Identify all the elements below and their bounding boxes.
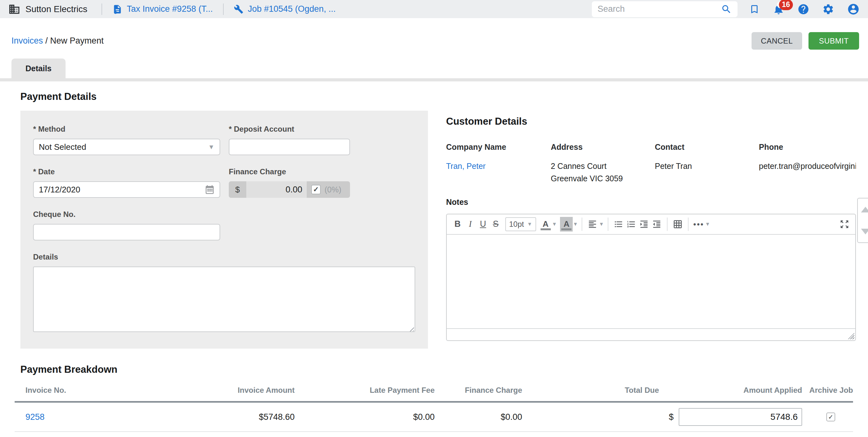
archive-job-cell: ✓ — [802, 412, 853, 422]
details-textarea[interactable] — [33, 267, 415, 332]
invoice-number-link[interactable]: 9258 — [26, 412, 44, 422]
font-size-value: 10pt — [509, 220, 524, 229]
stepper-up-icon[interactable] — [861, 207, 868, 213]
method-label: * Method — [33, 125, 220, 133]
finance-charge-value: $0.00 — [435, 412, 522, 422]
chevron-down-icon[interactable]: ▼ — [573, 221, 578, 227]
building-icon — [8, 3, 20, 15]
notes-rich-text-editor: B I U S 10pt ▼ A ▼ A ▼ ▼ — [446, 214, 856, 341]
help-icon[interactable] — [797, 3, 809, 15]
finance-charge-group: $ 0.00 ✓ (0%) — [229, 181, 350, 198]
insert-table-button[interactable] — [671, 217, 684, 231]
finance-charge-value: 0.00 — [246, 181, 307, 198]
editor-toolbar: B I U S 10pt ▼ A ▼ A ▼ ▼ — [447, 214, 855, 235]
page-title: New Payment — [50, 36, 104, 45]
contact-label: Contact — [655, 143, 759, 152]
payment-details-panel: * Method Not Selected ▼ * Deposit Accoun… — [20, 111, 428, 349]
editor-status-bar — [447, 328, 855, 340]
customer-details-grid: Company Name Address Contact Phone Tran,… — [446, 143, 856, 185]
text-color-button[interactable]: A — [539, 217, 552, 231]
bullet-list-button[interactable] — [612, 217, 625, 231]
notifications-bell-icon[interactable]: + 16 — [773, 3, 785, 15]
notes-editor-content[interactable] — [447, 235, 855, 328]
cheque-no-field-wrap — [33, 224, 220, 241]
customer-details-heading: Customer Details — [446, 116, 856, 127]
chevron-down-icon[interactable]: ▼ — [705, 221, 710, 227]
col-amount-applied: Amount Applied — [659, 386, 802, 395]
toolbar-separator — [582, 218, 582, 231]
bold-button[interactable]: B — [451, 217, 464, 231]
archive-job-checkbox[interactable]: ✓ — [826, 412, 835, 422]
global-search[interactable] — [592, 1, 738, 17]
topbar-icon-group: + 16 — [749, 3, 860, 15]
customer-company-link[interactable]: Tran, Peter — [446, 162, 486, 170]
breadcrumb-separator: / — [43, 36, 50, 45]
align-button[interactable] — [586, 217, 599, 231]
tab-details[interactable]: Details — [11, 59, 66, 78]
settings-gear-icon[interactable] — [822, 3, 834, 15]
outdent-button[interactable] — [650, 217, 663, 231]
topbar: Sutton Electrics Tax Invoice #9258 (T...… — [0, 0, 868, 18]
highlight-color-glyph: A — [563, 219, 569, 229]
col-total-due: Total Due — [522, 386, 659, 395]
stepper-down-icon[interactable] — [861, 229, 868, 235]
notification-count-badge: 16 — [779, 0, 793, 10]
details-label: Details — [33, 253, 415, 261]
search-icon[interactable] — [721, 4, 732, 14]
finance-charge-percent: (0%) — [324, 185, 341, 194]
cheque-no-input[interactable] — [39, 227, 214, 237]
search-input[interactable] — [597, 4, 721, 14]
editor-resize-grip[interactable] — [848, 333, 854, 339]
open-tab-job[interactable]: Job #10545 (Ogden, ... — [224, 4, 346, 14]
deposit-account-field-wrap — [229, 139, 350, 155]
col-invoice-amount: Invoice Amount — [180, 386, 294, 395]
address-line2: Greenvale VIC 3059 — [551, 173, 655, 185]
deposit-account-input[interactable] — [235, 142, 344, 152]
calendar-icon[interactable] — [205, 185, 214, 194]
cheque-no-label: Cheque No. — [33, 210, 220, 219]
late-payment-fee-value: $0.00 — [294, 412, 435, 422]
toolbar-separator — [688, 218, 688, 231]
submit-button[interactable]: SUBMIT — [808, 32, 859, 50]
bookmark-icon[interactable] — [749, 4, 760, 14]
date-label: * Date — [33, 167, 220, 176]
date-input[interactable] — [39, 185, 205, 195]
job-wrench-icon — [234, 4, 243, 14]
chevron-down-icon: ▼ — [208, 144, 214, 151]
breadcrumb: Invoices / New Payment — [11, 36, 104, 46]
deposit-account-label: * Deposit Account — [229, 125, 350, 133]
fullscreen-icon[interactable] — [838, 217, 851, 231]
tab-label: Tax Invoice #9258 (T... — [127, 4, 213, 14]
chevron-down-icon[interactable]: ▼ — [552, 221, 557, 227]
currency-prefix: $ — [669, 412, 674, 422]
payment-breakdown-table: Invoice No. Invoice Amount Late Payment … — [14, 375, 853, 432]
finance-charge-checkbox[interactable]: ✓ — [311, 185, 321, 194]
toolbar-separator — [667, 218, 668, 231]
customer-contact: Peter Tran — [655, 160, 759, 185]
payment-breakdown-heading: Payment Breakdown — [20, 364, 868, 375]
cancel-button[interactable]: CANCEL — [751, 32, 802, 50]
chevron-down-icon[interactable]: ▼ — [599, 221, 604, 227]
company-name: Sutton Electrics — [26, 4, 88, 14]
highlight-color-button[interactable]: A — [560, 217, 573, 231]
italic-button[interactable]: I — [464, 217, 477, 231]
font-size-select[interactable]: 10pt ▼ — [505, 217, 536, 231]
breadcrumb-invoices-link[interactable]: Invoices — [11, 36, 43, 45]
more-options-button[interactable]: ••• — [692, 217, 705, 231]
clipped-stepper-control[interactable] — [857, 198, 868, 243]
finance-charge-toggle-wrap: ✓ (0%) — [307, 181, 350, 198]
customer-address: 2 Cannes Court Greenvale VIC 3059 — [551, 160, 655, 185]
account-icon[interactable] — [847, 3, 860, 15]
numbered-list-button[interactable] — [625, 217, 638, 231]
amount-applied-input[interactable] — [679, 408, 802, 426]
tabstrip-divider — [0, 78, 868, 82]
indent-button[interactable] — [638, 217, 650, 231]
tab-label: Job #10545 (Ogden, ... — [248, 4, 336, 14]
table-row: 9258 $5748.60 $0.00 $0.00 $ ✓ — [14, 403, 853, 432]
open-tab-tax-invoice[interactable]: Tax Invoice #9258 (T... — [102, 4, 223, 14]
strikethrough-button[interactable]: S — [489, 217, 502, 231]
col-late-payment-fee: Late Payment Fee — [294, 386, 435, 395]
underline-button[interactable]: U — [477, 217, 489, 231]
method-select[interactable]: Not Selected ▼ — [33, 139, 220, 155]
date-field-wrap — [33, 181, 220, 198]
